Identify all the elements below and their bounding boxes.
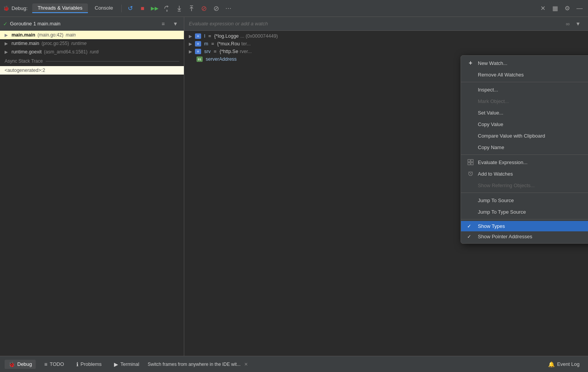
close-window-icon[interactable]: ✕ [537,3,548,14]
debug-label: 🐞 Debug: [3,5,28,11]
var-name: serverAddress [206,56,237,62]
status-tab-debug[interactable]: 🐞 Debug [5,360,36,369]
menu-label-jump-type-source: Jump To Type Source [478,209,588,215]
var-type-icon-01: 01 [197,56,203,62]
svg-line-11 [469,172,469,173]
no-icon [467,208,474,215]
menu-item-mark-object: Mark Object... F3 [461,95,588,107]
watch-dropdown-icon[interactable]: ▾ [573,18,583,29]
var-value: {*mux.Rou [217,41,240,46]
more-options-icon[interactable]: ⋯ [223,3,234,14]
var-equals: = [211,41,214,46]
menu-label-show-referring: Show Referring Objects... [478,183,588,188]
debug-emoji: 🐞 [3,5,9,11]
no-icon [467,121,474,128]
async-stack-trace-label: Async Stack Trace [0,56,184,66]
menu-item-set-value[interactable]: Set Value... F2 [461,107,588,118]
menu-label-compare-clipboard: Compare Value with Clipboard [478,133,588,139]
menu-item-inspect[interactable]: Inspect... [461,84,588,95]
threads-dropdown-icon[interactable]: ▾ [170,18,181,29]
watch-bar: ∞ ▾ [184,17,588,31]
status-tab-terminal[interactable]: ▶ Terminal [110,360,143,369]
no-icon [467,197,474,204]
menu-item-copy-value[interactable]: Copy Value ⌘C [461,118,588,130]
frame-module: main [66,32,76,38]
resume-icon[interactable]: ▶▶ [149,3,160,14]
left-panel: ✓ Goroutine 1 main.main ≡ ▾ ▶ main.main … [0,17,184,356]
toolbar: 🐞 Debug: Threads & Variables Console ↺ ■… [0,0,588,17]
menu-item-copy-name[interactable]: Copy Name [461,141,588,153]
menu-label-show-pointer-addresses: Show Pointer Addresses [478,234,588,239]
frame-item[interactable]: ▶ main.main (main.go:42) main [0,31,184,39]
menu-item-show-types[interactable]: ✓ Show Types [461,221,588,231]
var-type-icon: ≡ [195,41,201,46]
variable-srv[interactable]: ▶ ≡ srv = {*http.Se rver... [184,48,588,55]
var-name: m [204,41,208,46]
step-out-icon[interactable] [186,3,197,14]
main-area: ✓ Goroutine 1 main.main ≡ ▾ ▶ main.main … [0,17,588,356]
status-bar: 🐞 Debug ≡ TODO ℹ Problems ▶ Terminal Swi… [0,356,588,372]
var-expand-arrow: ▶ [189,34,192,39]
var-name: srv [204,49,211,54]
status-close-icon[interactable]: ✕ [244,362,248,367]
debug-tab-label: Debug [17,361,32,367]
menu-item-new-watch[interactable]: + New Watch... [461,57,588,69]
threads-list-icon[interactable]: ≡ [158,18,168,29]
svg-rect-6 [468,159,470,162]
frame-module: runtime [71,41,87,46]
menu-item-show-pointer-addresses[interactable]: ✓ Show Pointer Addresses [461,231,588,242]
problems-icon: ℹ [76,361,78,367]
var-expand-arrow: ▶ [189,49,192,54]
frame-module: runti [90,49,99,55]
menu-item-show-referring: Show Referring Objects... [461,179,588,191]
settings-icon[interactable]: ⚙ [562,3,573,14]
status-tab-problems[interactable]: ℹ Problems [73,360,106,369]
autogenerated-frame[interactable]: <autogenerated>:2 [0,66,184,75]
step-into-icon[interactable] [174,3,185,14]
menu-label-evaluate: Evaluate Expression... [478,159,588,165]
breakpoints-icon[interactable]: ⊘ [198,3,209,14]
menu-label-copy-value: Copy Value [478,121,588,127]
watch-input[interactable] [189,21,563,27]
step-over-icon[interactable] [162,3,172,14]
frame-location: (asm_amd64.s:1581) [44,49,88,55]
status-tab-todo[interactable]: ≡ TODO [40,360,68,369]
frame-item[interactable]: ▶ runtime.main (proc.go:255) runtime [0,39,184,48]
terminal-tab-label: Terminal [121,361,139,367]
stop-icon[interactable]: ■ [137,3,148,14]
frame-name: main.main [12,32,35,38]
mute-breakpoints-icon[interactable]: ⊘ [211,3,221,14]
svg-point-1 [167,10,168,12]
menu-item-add-to-watches[interactable]: Add to Watches [461,168,588,179]
tab-console[interactable]: Console [89,3,119,13]
menu-item-jump-type-source[interactable]: Jump To Type Source ⇧F4 [461,206,588,218]
menu-item-remove-watches[interactable]: Remove All Watches [461,69,588,80]
var-value-suffix: rver... [240,49,252,54]
event-log-icon: 🔔 [548,361,555,367]
debug-status-icon: 🐞 [8,361,15,367]
svg-line-12 [472,172,472,173]
status-tab-eventlog[interactable]: 🔔 Event Log [544,360,583,369]
variable-m[interactable]: ▶ ≡ m = {*mux.Rou ter... [184,40,588,48]
menu-item-compare-clipboard[interactable]: Compare Value with Clipboard [461,130,588,141]
status-message: Switch frames from anywhere in the IDE w… [148,362,540,367]
var-type-icon: ≡ [195,49,201,54]
menu-item-evaluate-expression[interactable]: Evaluate Expression... ⌥F8 [461,156,588,168]
variable-l[interactable]: ▶ ≡ l = {*log.Logge ... (0x000074449) [184,32,588,40]
problems-tab-label: Problems [81,361,102,367]
menu-item-jump-source[interactable]: Jump To Source ⌘↓ [461,194,588,206]
var-value-suffix: ter... [241,41,251,46]
frame-name: runtime.goexit [12,49,42,55]
minimize-icon[interactable]: — [574,3,585,14]
rerun-icon[interactable]: ↺ [125,3,135,14]
no-icon [467,86,474,93]
svg-rect-7 [471,159,473,162]
frame-item[interactable]: ▶ runtime.goexit (asm_amd64.s:1581) runt… [0,48,184,56]
tab-threads-variables[interactable]: Threads & Variables [32,3,88,13]
menu-label-jump-source: Jump To Source [478,198,588,203]
var-value: {*http.Se [220,49,238,54]
menu-label-mark-object: Mark Object... [478,98,588,104]
var-equals: = [208,33,211,39]
frame-expand-arrow: ▶ [5,33,8,38]
layout-icon[interactable]: ▦ [550,3,560,14]
